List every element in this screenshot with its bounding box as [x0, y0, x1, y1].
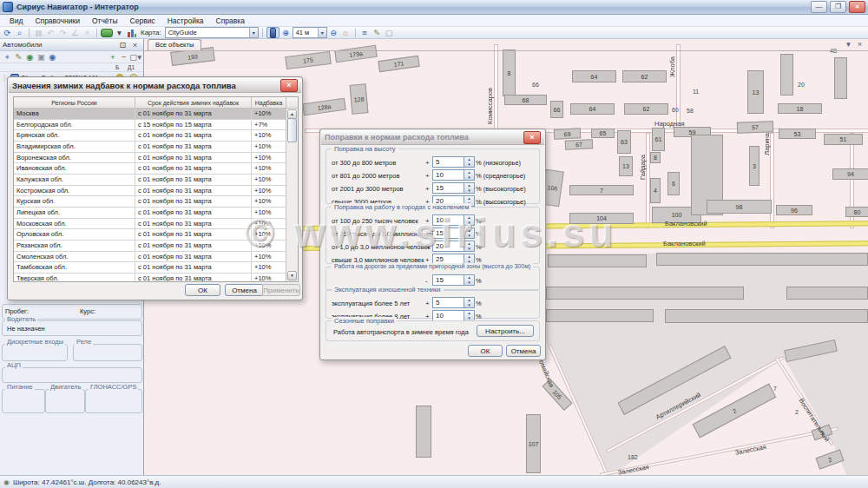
spinner-buttons[interactable]: ▴▾	[464, 241, 475, 252]
remove-vehicle-icon[interactable]: −	[118, 52, 129, 63]
spinner-down-icon[interactable]: ▾	[464, 188, 474, 194]
view-mode-icon[interactable]: ▢▾	[129, 52, 141, 63]
table-row[interactable]: Белгородская обл.с 15 ноября по 15 марта…	[14, 120, 286, 131]
column-period[interactable]: Срок действия зимних надбавок	[135, 97, 252, 109]
table-row[interactable]: Ивановская обл.с 01 ноября по 31 марта+1…	[14, 163, 286, 175]
table-row[interactable]: Воронежская обл.с 01 ноября по 31 марта+…	[14, 153, 286, 164]
spinner[interactable]: 15▴▾	[432, 228, 475, 239]
map-source-combo[interactable]: CityGuide▾	[165, 27, 259, 38]
spinner[interactable]: 15▴▾	[432, 182, 475, 194]
table-row[interactable]: Москвас 01 ноября по 31 марта+10%	[14, 109, 286, 120]
pin-icon[interactable]: ⊡	[117, 40, 128, 50]
combo-dropdown-icon[interactable]: ▾	[249, 28, 258, 37]
close-icon[interactable]: ×	[523, 131, 541, 144]
close-icon[interactable]: ×	[280, 79, 298, 92]
menu-item-0[interactable]: Вид	[3, 16, 29, 25]
minimize-button[interactable]: —	[811, 1, 827, 13]
cancel-button[interactable]: Отмена	[506, 345, 541, 357]
vehicle-icon[interactable]	[101, 28, 113, 38]
tab-scroll-icon[interactable]: ▾	[843, 39, 854, 49]
track-marker-icon[interactable]	[266, 27, 279, 38]
restore-button[interactable]: ❐	[830, 1, 846, 13]
table-row[interactable]: Брянская обл.с 01 ноября по 31 марта+10%	[14, 130, 286, 142]
redo-icon[interactable]: ↷	[57, 28, 69, 38]
table-row[interactable]: Тамбовская обл.с 01 ноября по 31 марта+1…	[14, 262, 286, 274]
spinner[interactable]: 15▴▾	[432, 274, 475, 286]
menu-item-2[interactable]: Отчёты	[86, 16, 124, 25]
spinner[interactable]: 10▴▾	[432, 169, 475, 181]
legend-icon[interactable]: ≡	[359, 28, 371, 38]
table-row[interactable]: Тверская обл.с 01 ноября по 31 марта+10%	[14, 274, 286, 281]
grid-icon[interactable]: ⌗	[82, 28, 93, 38]
table-row[interactable]: Липецкая обл.с 01 ноября по 31 марта+10%	[14, 208, 286, 219]
dialog-title-bar[interactable]: Поправки к нормам расхода топлива ×	[321, 130, 544, 145]
measure-icon[interactable]: ∠	[69, 28, 81, 38]
edit-vehicle-icon[interactable]: ✎	[13, 52, 24, 63]
spinner-down-icon[interactable]: ▾	[464, 221, 474, 226]
web-icon[interactable]: ◉	[47, 52, 58, 63]
scroll-down-icon[interactable]: ▼	[287, 271, 297, 280]
cancel-button[interactable]: Отмена	[225, 284, 264, 296]
menu-item-1[interactable]: Справочники	[29, 16, 86, 25]
spinner-down-icon[interactable]: ▾	[464, 280, 474, 286]
table-row[interactable]: Калужская обл.с 01 ноября по 31 марта+10…	[14, 175, 286, 186]
spinner-buttons[interactable]: ▴▾	[464, 228, 475, 239]
spinner-buttons[interactable]: ▴▾	[464, 169, 475, 181]
spinner[interactable]: 5▴▾	[432, 156, 475, 168]
zoom-in-icon[interactable]: ⊕	[280, 28, 292, 38]
default-view-icon[interactable]: ⌂	[340, 28, 352, 38]
spinner-down-icon[interactable]: ▾	[464, 162, 474, 168]
table-row[interactable]: Смоленская обл.с 01 ноября по 31 марта+1…	[14, 252, 286, 263]
spinner-buttons[interactable]: ▴▾	[464, 156, 475, 168]
combo-dropdown-icon[interactable]: ▾	[318, 28, 326, 37]
search-icon[interactable]: ⌕	[14, 28, 25, 38]
vehicle-dropdown-icon[interactable]: ▾	[114, 28, 125, 38]
spinner-buttons[interactable]: ▴▾	[464, 297, 475, 308]
select-region-icon[interactable]: ▦	[33, 28, 44, 38]
table-cell: с 01 ноября по 31 марта	[135, 262, 252, 273]
ok-button[interactable]: ОК	[185, 284, 220, 296]
overlay-checkbox-icon[interactable]: ▢	[384, 28, 395, 38]
spinner-down-icon[interactable]: ▾	[464, 247, 474, 252]
table-row[interactable]: Костромская обл.с 01 ноября по 31 марта+…	[14, 186, 286, 197]
notes-icon[interactable]: ✎	[372, 28, 383, 38]
spinner[interactable]: 5▴▾	[432, 297, 475, 308]
panel-close-icon[interactable]: ×	[129, 40, 141, 50]
dialog-title-bar[interactable]: Значения зимних надбавок к нормам расход…	[9, 78, 301, 93]
configure-button[interactable]: Настроить...	[477, 325, 534, 337]
spinner-buttons[interactable]: ▴▾	[464, 274, 475, 286]
find-vehicle-icon[interactable]: ⌖	[2, 52, 13, 63]
table-row[interactable]: Орловская обл.с 01 ноября по 31 марта+10…	[14, 229, 286, 241]
ok-button[interactable]: ОК	[468, 345, 503, 357]
spinner[interactable]: 20▴▾	[432, 241, 475, 252]
map-scale-combo[interactable]: 41 м▾	[293, 27, 327, 38]
tab-all-objects[interactable]: Все объекты	[148, 39, 201, 50]
scroll-thumb[interactable]	[287, 118, 297, 142]
spinner-down-icon[interactable]: ▾	[464, 303, 474, 308]
tab-close-icon[interactable]: ×	[854, 39, 865, 49]
close-button[interactable]: ×	[849, 1, 865, 13]
add-vehicle-icon[interactable]: +	[107, 52, 118, 63]
table-row[interactable]: Курская обл.с 01 ноября по 31 марта+10%	[14, 196, 286, 208]
spinner-down-icon[interactable]: ▾	[464, 175, 474, 181]
map-building: 98	[707, 200, 772, 214]
column-allowance[interactable]: Надбавка	[252, 97, 286, 109]
spinner[interactable]: 10▴▾	[432, 214, 475, 226]
table-scrollbar[interactable]: ▲ ▼	[286, 109, 298, 281]
spinner-down-icon[interactable]: ▾	[464, 234, 474, 239]
column-regions[interactable]: Регионы России	[14, 97, 135, 109]
spinner-buttons[interactable]: ▴▾	[464, 182, 475, 194]
photo-icon[interactable]: ▣	[36, 52, 47, 63]
globe-icon[interactable]: ◉	[24, 52, 36, 63]
chart-icon[interactable]	[126, 28, 137, 38]
zoom-out-icon[interactable]: ⊖	[328, 28, 339, 38]
menu-item-4[interactable]: Настройка	[161, 16, 210, 25]
table-row[interactable]: Рязанская обл.с 01 ноября по 31 марта+10…	[14, 241, 286, 252]
spinner-buttons[interactable]: ▴▾	[464, 214, 475, 226]
menu-item-5[interactable]: Справка	[210, 16, 251, 25]
table-row[interactable]: Владимирская обл.с 01 ноября по 31 марта…	[14, 142, 286, 153]
undo-icon[interactable]: ↶	[45, 28, 56, 38]
refresh-icon[interactable]: ⟳	[2, 28, 13, 38]
menu-item-3[interactable]: Сервис	[124, 16, 161, 25]
table-row[interactable]: Московская обл.с 01 ноября по 31 марта+1…	[14, 219, 286, 230]
